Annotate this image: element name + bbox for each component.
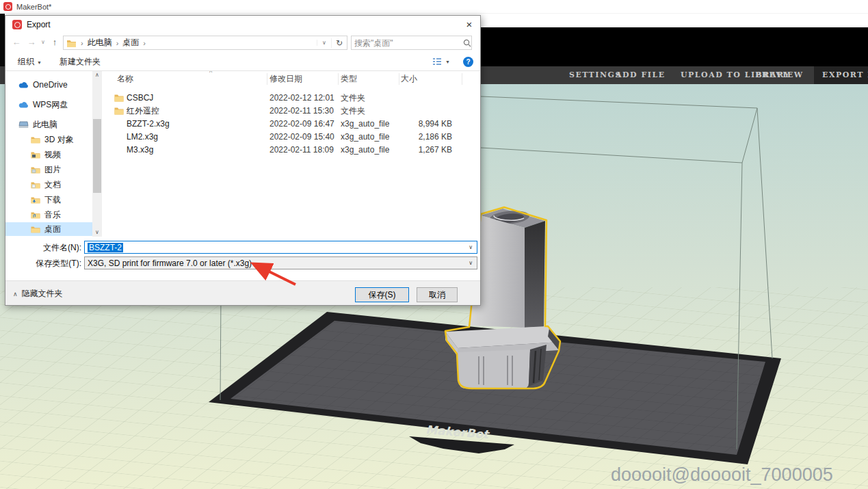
sidebar-scrollbar[interactable]: ∧ ∨: [92, 71, 102, 237]
sidebar-item-documents[interactable]: 文档: [5, 178, 92, 191]
back-icon[interactable]: ←: [10, 34, 23, 51]
view-dropdown-icon[interactable]: ▼: [445, 53, 450, 70]
column-divider[interactable]: [462, 73, 462, 85]
column-header-name[interactable]: 名称: [117, 71, 133, 87]
column-header-size[interactable]: 大小: [401, 71, 417, 87]
breadcrumb-desktop[interactable]: 桌面: [122, 37, 139, 49]
column-divider[interactable]: [338, 73, 339, 85]
forward-icon[interactable]: →: [25, 34, 38, 51]
folder-icon: [31, 166, 40, 174]
file-row[interactable]: LM2.x3g 2022-02-09 15:40 x3g_auto_file 2…: [102, 131, 479, 144]
watermark: dooooit@dooooit_7000005: [611, 464, 833, 485]
menu-export-print-file[interactable]: EXPORT PR: [814, 66, 868, 84]
folder-icon: [31, 136, 40, 144]
folder-icon: [114, 107, 124, 115]
annotation-arrow: [233, 252, 308, 293]
app-left-edge: [0, 14, 5, 66]
history-dropdown-icon[interactable]: ∨: [38, 34, 48, 51]
caret-down-icon: ▼: [37, 60, 42, 65]
breadcrumb-this-pc[interactable]: 此电脑: [88, 37, 112, 49]
dialog-icon: [12, 20, 22, 29]
column-divider[interactable]: [399, 73, 399, 85]
sidebar-item-pictures[interactable]: 图片: [5, 163, 92, 176]
scrollbar-thumb[interactable]: [93, 119, 101, 193]
dialog-title: Export: [27, 20, 51, 29]
file-row[interactable]: M3.x3g 2022-02-11 18:09 x3g_auto_file 1,…: [102, 144, 479, 157]
address-dropdown-icon[interactable]: ∨: [317, 40, 331, 46]
new-folder-button[interactable]: 新建文件夹: [60, 53, 101, 70]
address-bar-row: ← → ∨ ↑ › 此电脑 › 桌面 › ∨ ↻: [5, 34, 480, 51]
sidebar-item-desktop[interactable]: 桌面: [5, 222, 92, 236]
sidebar-item-music[interactable]: 音乐: [5, 208, 92, 222]
close-icon[interactable]: ×: [461, 17, 477, 31]
filename-value: BSZZT-2: [88, 243, 123, 252]
search-box[interactable]: [351, 36, 472, 50]
search-icon[interactable]: [463, 39, 471, 47]
save-button[interactable]: 保存(S): [355, 287, 409, 302]
sidebar-item-downloads[interactable]: 下载: [5, 193, 92, 207]
file-row[interactable]: BZZT-2.x3g 2022-02-09 16:47 x3g_auto_fil…: [102, 118, 479, 131]
folder-icon: [31, 211, 40, 219]
sidebar-item-wps-cloud[interactable]: WPS网盘: [5, 98, 92, 111]
savetype-label: 保存类型(T):: [19, 257, 81, 269]
sidebar-item-this-pc[interactable]: 此电脑: [5, 118, 92, 131]
filename-label: 文件名(N):: [26, 241, 81, 254]
sidebar-item-3d-objects[interactable]: 3D 对象: [5, 133, 92, 146]
computer-icon: [18, 121, 29, 129]
file-row[interactable]: CSBCJ 2022-02-12 12:01 文件夹: [102, 92, 479, 105]
column-headers: ^ 名称 修改日期 类型 大小: [102, 71, 479, 87]
file-list: ^ 名称 修改日期 类型 大小 CSBCJ 2022-02-12 12:01 文…: [102, 71, 479, 237]
folder-icon: [66, 39, 77, 47]
menu-preview[interactable]: PREVIEW: [755, 66, 804, 84]
makerbot-app-icon: [3, 2, 12, 11]
window-title: MakerBot*: [16, 3, 51, 11]
hide-folders-button[interactable]: ∧隐藏文件夹: [13, 288, 63, 300]
help-icon[interactable]: ?: [463, 57, 473, 67]
sidebar-item-onedrive[interactable]: OneDrive: [5, 78, 92, 92]
savetype-value: X3G, SD print for firmware 7.0 or later …: [88, 259, 252, 268]
breadcrumb-separator: ›: [116, 39, 119, 47]
folder-icon: [31, 196, 40, 204]
savetype-dropdown-icon[interactable]: ∨: [469, 260, 477, 266]
column-header-date[interactable]: 修改日期: [269, 71, 302, 87]
column-header-type[interactable]: 类型: [341, 71, 357, 87]
refresh-icon[interactable]: ↻: [331, 38, 347, 48]
dialog-toolbar: 组织▼ 新建文件夹 ▼ ?: [5, 53, 480, 70]
folder-icon: [31, 151, 40, 159]
cancel-button[interactable]: 取消: [417, 287, 458, 302]
cloud-icon: [18, 81, 29, 88]
search-input[interactable]: [352, 38, 463, 48]
window-titlebar: MakerBot*: [0, 0, 868, 14]
address-bar[interactable]: › 此电脑 › 桌面 › ∨ ↻: [63, 36, 347, 50]
menu-add-file[interactable]: ADD FILE: [616, 66, 666, 84]
folder-icon: [31, 181, 40, 189]
folder-icon: [31, 226, 40, 233]
navigation-pane: OneDrive WPS网盘 此电脑 3D 对象 视频 图片 文档 下载: [5, 71, 92, 237]
breadcrumb-separator: ›: [81, 39, 83, 47]
breadcrumb-separator: ›: [143, 39, 146, 47]
file-row[interactable]: 红外遥控 2022-02-11 15:30 文件夹: [102, 105, 479, 118]
sidebar-item-videos[interactable]: 视频: [5, 148, 92, 161]
menu-settings[interactable]: SETTINGS: [569, 66, 622, 84]
sort-ascending-icon: ^: [209, 71, 212, 76]
column-divider[interactable]: [267, 73, 267, 85]
chevron-up-icon: ∧: [13, 291, 18, 298]
cloud-icon: [18, 101, 29, 108]
organize-button[interactable]: 组织▼: [18, 53, 42, 70]
folder-icon: [114, 94, 124, 102]
dialog-titlebar[interactable]: Export ×: [5, 16, 480, 34]
view-list-icon[interactable]: [432, 57, 442, 66]
scroll-up-icon[interactable]: ∧: [92, 71, 102, 79]
up-icon[interactable]: ↑: [48, 34, 62, 51]
scroll-down-icon[interactable]: ∨: [92, 228, 102, 237]
filename-dropdown-icon[interactable]: ∨: [469, 244, 477, 250]
